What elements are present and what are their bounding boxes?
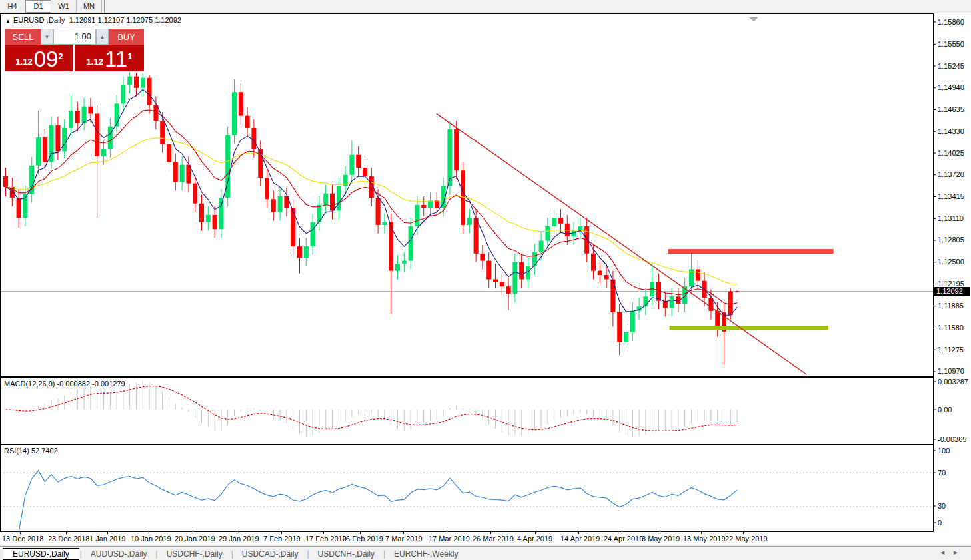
symbol-tab-eurusd[interactable]: EURUSD-,Daily — [3, 548, 79, 560]
price-axis-label: 1.13415 — [938, 192, 964, 200]
rsi-axis-label: 30 — [938, 502, 946, 510]
date-tick — [107, 532, 108, 534]
date-tick — [66, 532, 67, 534]
price-axis-label: 1.11580 — [938, 324, 964, 332]
price-axis-label: 1.12500 — [938, 258, 964, 266]
price-axis-label: 1.15245 — [938, 62, 964, 70]
date-axis-label: 4 Apr 2019 — [517, 535, 552, 543]
date-tick — [360, 532, 361, 534]
date-axis-label: 14 Apr 2019 — [560, 535, 600, 543]
date-axis-label: 17 Mar 2019 — [429, 535, 470, 543]
macd-axis-label: 0.00 — [938, 406, 952, 414]
sell-button[interactable]: SELL — [5, 29, 41, 45]
price-axis-label: 1.15860 — [938, 18, 964, 26]
buy-button[interactable]: BUY — [109, 29, 144, 45]
date-tick — [743, 532, 744, 534]
current-price-value: 1.12092 — [936, 287, 963, 295]
date-tick — [490, 532, 491, 534]
timeframe-button-d1[interactable]: D1 — [25, 0, 51, 13]
date-tick — [622, 532, 622, 534]
buy-price-display[interactable]: 1.12 11 1 — [75, 45, 144, 71]
symbol-name: EURUSD-,Daily — [13, 16, 65, 24]
timeframe-button-w1[interactable]: W1 — [51, 0, 77, 13]
volume-decrease-button[interactable]: ▼ — [41, 29, 53, 45]
date-axis-label: 22 May 2019 — [725, 535, 768, 543]
buy-price-pipette: 1 — [127, 51, 132, 61]
price-axis-label: 1.12805 — [938, 236, 964, 244]
tab-scroll-arrows: ◄► — [939, 549, 966, 556]
sell-price-display[interactable]: 1.12 09 2 — [5, 45, 75, 71]
symbol-tab-audusd[interactable]: AUDUSD-,Daily — [83, 549, 155, 559]
symbol-tab-usdcad[interactable]: USDCAD-,Daily — [234, 549, 307, 559]
price-axis-label: 1.14025 — [938, 149, 964, 157]
one-click-trade-panel: SELL ▼ 1.00 ▲ BUY 1.12 09 2 1.12 11 1 — [5, 29, 144, 71]
rsi-axis-label: 70 — [938, 469, 946, 477]
macd-indicator-pane[interactable]: MACD(12,26,9) -0.000882 -0.0012790.00328… — [0, 377, 971, 445]
volume-increase-button[interactable]: ▲ — [96, 29, 109, 45]
rsi-indicator-pane[interactable]: RSI(14) 52.740210070300 — [0, 445, 971, 532]
date-tick — [660, 532, 660, 534]
date-axis-label: 13 Dec 2018 — [2, 535, 43, 543]
date-axis-label: 24 Apr 2019 — [604, 535, 643, 543]
chart-window: 1.158601.155501.152451.149401.146351.143… — [0, 13, 971, 545]
chart-title: ▲EURUSD-,Daily 1.12091 1.12107 1.12075 1… — [5, 16, 181, 24]
date-axis-label: 10 Jan 2019 — [131, 535, 171, 543]
date-axis-label: 26 Feb 2019 — [342, 535, 383, 543]
sell-price-pipette: 2 — [58, 51, 63, 61]
rsi-label: RSI(14) 52.7402 — [4, 447, 58, 455]
scroll-left-icon[interactable]: ◄ — [939, 549, 952, 556]
price-axis-label: 1.10970 — [938, 367, 964, 375]
support-line[interactable] — [670, 326, 828, 330]
macd-axis-label: -0.00365 — [938, 435, 966, 443]
toolbar-separator — [102, 0, 105, 13]
date-axis-label: 7 Mar 2019 — [385, 535, 423, 543]
timeframe-button-mn[interactable]: MN — [77, 0, 102, 13]
date-axis-label: 23 Dec 2018 — [48, 535, 89, 543]
date-tick — [323, 532, 324, 534]
trading-terminal: H4D1W1MN 1.158601.155501.152451.149401.1… — [0, 0, 971, 560]
date-tick — [237, 532, 237, 534]
symbol-tab-usdchf[interactable]: USDCHF-,Daily — [159, 549, 231, 559]
date-tick — [535, 532, 536, 534]
date-axis[interactable]: 13 Dec 201823 Dec 20181 Jan 201910 Jan 2… — [0, 532, 971, 545]
sell-price-prefix: 1.12 — [15, 55, 32, 69]
price-axis-label: 1.14940 — [938, 83, 964, 91]
rsi-axis-label: 0 — [938, 519, 942, 527]
resistance-line[interactable] — [668, 249, 834, 254]
date-tick — [193, 532, 193, 534]
chevron-down-icon: ▼ — [45, 34, 50, 40]
date-axis-label: 17 Feb 2019 — [305, 535, 347, 543]
chart-tab-bar: EURUSD-,Daily|AUDUSD-,Daily|USDCHF-,Dail… — [0, 546, 971, 560]
ohlc-values: 1.12091 1.12107 1.12075 1.12092 — [69, 16, 181, 24]
date-axis-label: 1 Jan 2019 — [89, 535, 125, 543]
price-chart[interactable]: 1.158601.155501.152451.149401.146351.143… — [0, 13, 971, 377]
date-tick — [701, 532, 702, 534]
date-tick — [403, 532, 404, 534]
date-axis-label: 26 Mar 2019 — [473, 535, 514, 543]
date-axis-label: 7 Feb 2019 — [263, 535, 301, 543]
timeframe-button-h4[interactable]: H4 — [0, 0, 25, 13]
symbol-marker-icon: ▲ — [5, 18, 11, 24]
sell-price-big: 09 — [34, 49, 59, 69]
price-axis-label: 1.14635 — [938, 105, 964, 113]
rsi-axis-label: 100 — [938, 447, 950, 455]
macd-axis-label: 0.003287 — [938, 378, 968, 386]
price-axis-label: 1.11885 — [938, 302, 964, 310]
price-axis-label: 1.15550 — [938, 40, 964, 48]
chevron-up-icon: ▲ — [100, 34, 105, 40]
buy-price-prefix: 1.12 — [87, 55, 103, 69]
date-tick — [149, 532, 149, 534]
date-axis-label: 20 Jan 2019 — [175, 535, 215, 543]
price-axis-label: 1.11275 — [938, 346, 964, 354]
price-axis-label: 1.13110 — [938, 214, 964, 222]
date-tick — [578, 532, 579, 534]
price-axis-label: 1.14330 — [938, 127, 964, 135]
date-axis-label: 29 Jan 2019 — [219, 535, 259, 543]
symbol-tab-eurchf[interactable]: EURCHF-,Weekly — [386, 549, 466, 559]
volume-input[interactable]: 1.00 — [53, 29, 96, 45]
scroll-right-icon[interactable]: ► — [952, 549, 966, 556]
date-tick — [20, 532, 21, 534]
timeframe-toolbar: H4D1W1MN — [0, 0, 971, 13]
symbol-tab-usdcnh[interactable]: USDCNH-,Daily — [310, 549, 383, 559]
price-axis-label: 1.13720 — [938, 170, 964, 178]
